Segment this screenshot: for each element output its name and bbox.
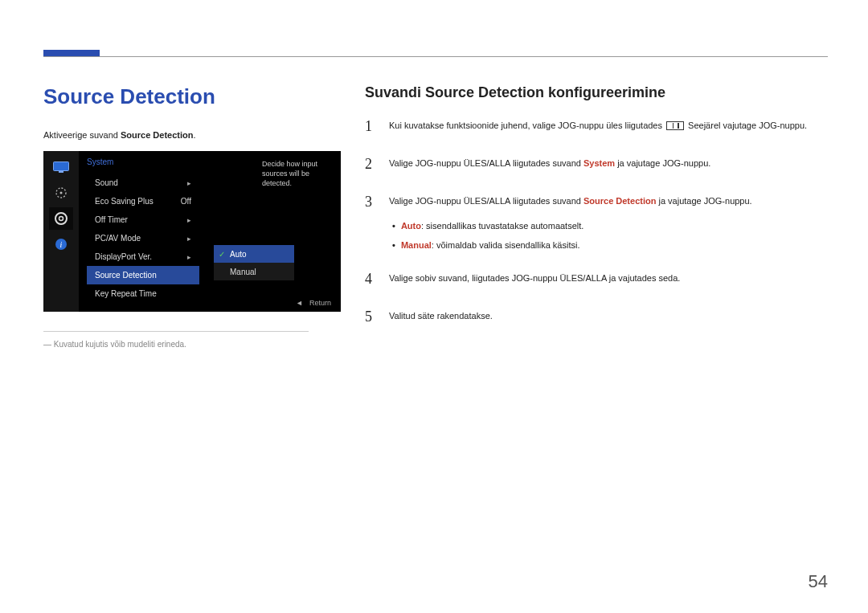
right-column: Suvandi Source Detection konfigureerimin…	[365, 84, 828, 349]
step-number: 3	[365, 191, 376, 252]
step-number: 1	[365, 116, 376, 137]
step-body: Kui kuvatakse funktsioonide juhend, vali…	[389, 119, 828, 141]
sub-item-manual: Manual: võimaldab valida sisendallika kä…	[392, 239, 828, 252]
intro-bold: Source Detection	[121, 130, 193, 140]
page-number: 54	[809, 571, 828, 592]
menu-icon	[666, 121, 684, 130]
osd-return-label[interactable]: Return	[309, 299, 331, 307]
step-number: 4	[365, 268, 376, 290]
osd-footer: ◄ Return	[296, 299, 331, 307]
osd-description: Decide how input sources will be detecte…	[262, 159, 333, 188]
osd-row-eco[interactable]: Eco Saving PlusOff	[87, 192, 199, 210]
sub-list: Auto: sisendallikas tuvastatakse automaa…	[389, 219, 828, 252]
header-accent	[43, 50, 100, 56]
intro-pre: Aktiveerige suvand	[43, 130, 121, 140]
osd-row-offtimer[interactable]: Off Timer▸	[87, 210, 199, 229]
svg-point-5	[59, 217, 63, 221]
highlight: Source Detection	[583, 196, 656, 206]
disclaimer-text: Kuvatud kujutis võib mudeliti erineda.	[43, 340, 333, 349]
osd-popup-auto[interactable]: ✓ Auto	[214, 245, 294, 263]
sub-item-auto: Auto: sisendallikas tuvastatakse automaa…	[392, 219, 828, 233]
nav-left-icon[interactable]: ◄	[296, 299, 303, 307]
check-icon: ✓	[219, 250, 225, 259]
target-icon[interactable]	[49, 182, 73, 204]
osd-sidebar: i	[43, 151, 79, 312]
step-body: Valitud säte rakendatakse.	[389, 309, 828, 331]
step-2: 2 Valige JOG-nuppu ÜLES/ALLA liigutades …	[365, 157, 828, 178]
osd-row-keyrepeat[interactable]: Key Repeat Time	[87, 284, 199, 303]
page-content: Source Detection Aktiveerige suvand Sour…	[43, 84, 828, 349]
osd-row-dpver[interactable]: DisplayPort Ver.▸	[87, 247, 199, 266]
osd-menu: Sound▸ Eco Saving PlusOff Off Timer▸ PC/…	[87, 174, 199, 303]
step-number: 5	[365, 306, 376, 328]
svg-rect-0	[54, 162, 69, 171]
osd-screenshot: i System Sound▸ Eco Saving PlusOff Off T…	[43, 151, 341, 312]
step-3: 3 Valige JOG-nuppu ÜLES/ALLA liigutades …	[365, 194, 828, 255]
osd-popup: ✓ Auto Manual	[214, 245, 294, 280]
highlight: System	[583, 158, 615, 168]
step-4: 4 Valige sobiv suvand, liigutades JOG-nu…	[365, 272, 828, 293]
intro-text: Aktiveerige suvand Source Detection.	[43, 130, 333, 140]
chevron-right-icon: ▸	[187, 179, 191, 187]
step-body: Valige JOG-nuppu ÜLES/ALLA liigutades su…	[389, 194, 828, 255]
step-body: Valige JOG-nuppu ÜLES/ALLA liigutades su…	[389, 157, 828, 178]
chevron-right-icon: ▸	[187, 253, 191, 261]
left-column: Source Detection Aktiveerige suvand Sour…	[43, 84, 333, 349]
svg-point-4	[55, 213, 67, 224]
page-title: Source Detection	[43, 84, 333, 109]
svg-text:i: i	[60, 240, 63, 249]
separator	[43, 331, 309, 332]
steps-list: 1 Kui kuvatakse funktsioonide juhend, va…	[365, 119, 828, 331]
section-heading: Suvandi Source Detection konfigureerimin…	[365, 84, 828, 101]
gear-icon[interactable]	[49, 207, 73, 230]
header-rule	[43, 56, 828, 57]
chevron-right-icon: ▸	[187, 216, 191, 224]
info-icon[interactable]: i	[49, 233, 73, 255]
svg-point-3	[60, 192, 63, 194]
chevron-right-icon: ▸	[187, 235, 191, 243]
svg-rect-1	[59, 171, 63, 173]
osd-row-sound[interactable]: Sound▸	[87, 174, 199, 192]
osd-row-pcav[interactable]: PC/AV Mode▸	[87, 229, 199, 247]
step-body: Valige sobiv suvand, liigutades JOG-nupp…	[389, 272, 828, 293]
osd-header: System	[87, 157, 113, 166]
osd-popup-manual[interactable]: Manual	[214, 263, 294, 280]
step-5: 5 Valitud säte rakendatakse.	[365, 309, 828, 331]
display-icon[interactable]	[49, 156, 73, 178]
osd-row-sourcedetection[interactable]: Source Detection	[87, 266, 199, 284]
step-1: 1 Kui kuvatakse funktsioonide juhend, va…	[365, 119, 828, 141]
intro-post: .	[193, 130, 195, 140]
step-number: 2	[365, 153, 376, 175]
